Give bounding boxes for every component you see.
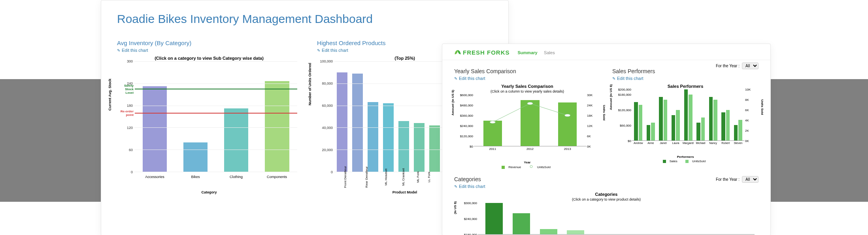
bar[interactable]	[429, 125, 440, 172]
chart-categories[interactable]: (In US $) $180,000$240,000$300,000	[454, 203, 759, 235]
tick-label: Robert	[719, 142, 732, 147]
bar[interactable]	[540, 229, 557, 234]
bar[interactable]	[368, 102, 378, 172]
tick-label: $480,000	[454, 104, 473, 107]
tick-label: 2K	[745, 129, 755, 133]
bar[interactable]	[709, 97, 713, 140]
tick-label: ML Crankset	[394, 174, 412, 188]
edit-chart-link[interactable]: Edit this chart	[612, 76, 759, 81]
nav-tabs: Summary Sales	[518, 49, 560, 56]
tick-label: Bikes	[175, 174, 216, 188]
bar[interactable]	[726, 110, 730, 140]
tick-label: $60,000	[612, 124, 631, 127]
svg-point-3	[530, 165, 532, 168]
legend: Revenue UnitsSold	[454, 165, 600, 169]
tick-label: $120,000	[454, 135, 473, 138]
bar[interactable]	[352, 74, 363, 172]
tick-label: Steven	[732, 142, 745, 147]
bar[interactable]	[383, 103, 394, 172]
tick-label: 2011	[474, 147, 511, 153]
bar[interactable]	[651, 123, 655, 140]
tick-label: Components	[257, 174, 297, 188]
bar[interactable]	[721, 112, 725, 140]
tick-label: 0	[119, 170, 133, 174]
bar[interactable]	[483, 121, 502, 146]
brand-logo: FRESH FORKS	[454, 49, 510, 56]
edit-chart-link[interactable]: Edit this chart	[117, 48, 301, 53]
bar[interactable]	[521, 100, 539, 146]
section-title: Categories	[454, 176, 759, 182]
chart-subtitle: (Click on a category to view product det…	[454, 197, 759, 201]
bar[interactable]	[738, 120, 742, 140]
tick-label: Front Derailleur	[334, 174, 356, 188]
chart-title: Sales Performers	[612, 84, 759, 89]
bar[interactable]	[734, 125, 738, 140]
tick-label: 0K	[745, 139, 755, 143]
section-title: Avg Inventory (By Category)	[117, 40, 301, 46]
tick-label: $360,000	[454, 114, 473, 117]
tick-label: Michael	[694, 142, 707, 147]
chart-yearly-sales[interactable]: Amount (In US $) Units Sold $0$120,000$2…	[454, 95, 600, 158]
chart-subtitle: (Click on a category to view Sub Categor…	[117, 56, 301, 61]
tick-label: 60,000	[319, 104, 333, 108]
section-categories: For the Year : All Categories Edit this …	[454, 176, 759, 235]
bar[interactable]	[485, 203, 503, 234]
legend: Sales UnitsSold	[612, 159, 759, 163]
bar[interactable]	[684, 89, 688, 140]
tab-summary[interactable]: Summary	[518, 50, 538, 55]
bar[interactable]	[143, 86, 167, 172]
tick-label: Clothing	[216, 174, 257, 188]
x-axis-label: Year	[454, 161, 600, 164]
tick-label: Laura	[670, 142, 682, 147]
tick-label: 12K	[587, 124, 596, 128]
tick-label: 8K	[745, 98, 755, 102]
tick-label: $120,000	[612, 108, 631, 112]
edit-chart-link[interactable]: Edit this chart	[454, 184, 759, 189]
chart-title: Yearly Sales Comparison	[454, 84, 600, 89]
filter-label: For the Year :	[716, 64, 740, 68]
edit-chart-link[interactable]: Edit this chart	[454, 76, 600, 81]
tick-label: 2013	[549, 147, 586, 153]
tick-label: $180,000	[454, 233, 477, 235]
bar[interactable]	[567, 230, 584, 234]
bar[interactable]	[701, 117, 705, 140]
bar[interactable]	[664, 100, 667, 140]
year-select[interactable]: All	[742, 176, 759, 183]
bar[interactable]	[398, 121, 409, 172]
chart-sales-performers[interactable]: Amount (In US $) Units Sold $0$60,000$12…	[612, 89, 759, 153]
bar[interactable]	[647, 125, 650, 140]
year-filter: For the Year : All	[716, 176, 759, 183]
dashboard-freshforks: FRESH FORKS Summary Sales Yearly Sales C…	[442, 44, 771, 235]
tick-label: 2012	[511, 147, 549, 153]
bar[interactable]	[659, 97, 662, 140]
tick-label: 300	[119, 59, 133, 63]
bar[interactable]	[558, 102, 577, 146]
bar[interactable]	[672, 115, 675, 141]
bar[interactable]	[337, 72, 347, 172]
tab-sales[interactable]: Sales	[544, 50, 555, 55]
bar[interactable]	[676, 110, 679, 140]
year-select[interactable]: All	[742, 63, 759, 69]
bar[interactable]	[513, 213, 530, 234]
tick-label: 0	[319, 170, 333, 174]
tick-label: Rear Derailleur	[356, 174, 377, 188]
bar[interactable]	[689, 95, 692, 140]
y2-axis-label: Units Sold	[603, 105, 606, 121]
tick-label: ML Fork	[412, 174, 424, 188]
bar[interactable]	[414, 123, 425, 172]
tick-label: $180,000	[612, 93, 631, 97]
bar[interactable]	[183, 142, 208, 172]
bar[interactable]	[639, 105, 642, 140]
chart-avg-inventory[interactable]: Current Avg. Stock 060120180240300 Safet…	[117, 61, 301, 188]
bar[interactable]	[224, 108, 249, 172]
tick-label: Nancy	[707, 142, 719, 147]
reorder-point-label: Re-order point	[117, 110, 135, 117]
bar[interactable]	[265, 81, 289, 172]
tick-label: Margaret	[682, 142, 694, 147]
tick-label: 40,000	[319, 126, 333, 130]
bar[interactable]	[713, 100, 717, 140]
tick-label: Janet	[657, 142, 670, 147]
tick-label: 30K	[587, 93, 596, 97]
bar[interactable]	[696, 123, 700, 140]
bar[interactable]	[634, 102, 638, 140]
